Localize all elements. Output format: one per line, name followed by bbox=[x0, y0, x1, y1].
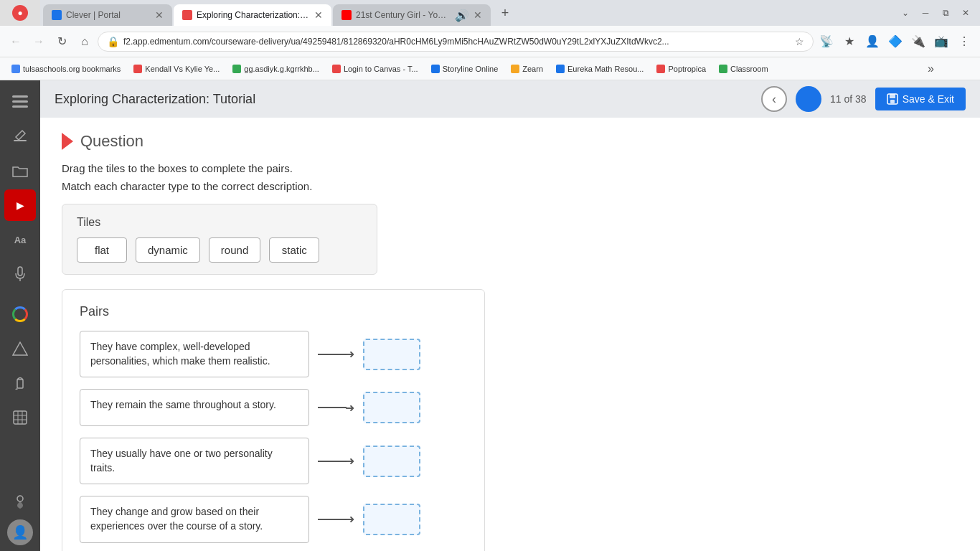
sidebar-google-button[interactable] bbox=[4, 298, 36, 330]
user-avatar[interactable]: 👤 bbox=[7, 519, 33, 545]
bookmark-eureka[interactable]: Eureka Math Resou... bbox=[550, 60, 649, 77]
drop-target-3[interactable] bbox=[363, 446, 420, 477]
bookmark-tulsaschools[interactable]: tulsaschools.org bookmarks bbox=[6, 60, 126, 77]
bookmark-label-tulsa: tulsaschools.org bookmarks bbox=[23, 65, 121, 73]
minimize-button[interactable]: ─ bbox=[917, 4, 934, 22]
tile-flat[interactable]: flat bbox=[77, 237, 127, 263]
svg-rect-8 bbox=[14, 411, 27, 424]
lock-icon: 🔒 bbox=[107, 36, 119, 47]
extension1-icon[interactable]: 🔷 bbox=[885, 32, 905, 52]
pair-arrow-2: ➜ bbox=[318, 401, 354, 415]
more-button[interactable]: ⋮ bbox=[954, 32, 974, 52]
instruction-2: Match each character type to the correct… bbox=[62, 180, 958, 192]
youtube-play-icon: ▶ bbox=[17, 199, 24, 211]
new-tab-button[interactable]: + bbox=[495, 3, 515, 23]
arrow-head-2: ➜ bbox=[345, 401, 354, 415]
bookmark-gg[interactable]: gg.asdiyk.g.kgrrkhb... bbox=[227, 60, 325, 77]
sidebar-mic-button[interactable] bbox=[4, 258, 36, 290]
back-button[interactable]: ← bbox=[6, 32, 26, 52]
mute-icon[interactable]: 🔊 bbox=[455, 9, 469, 22]
arrow-line-1 bbox=[318, 354, 347, 355]
close-button[interactable]: ✕ bbox=[957, 4, 974, 22]
bookmark-canvas[interactable]: Login to Canvas - T... bbox=[326, 60, 424, 77]
reload-button[interactable]: ↻ bbox=[52, 32, 72, 52]
bookmark-classroom[interactable]: Classroom bbox=[713, 60, 774, 77]
window-controls: ⌄ ─ ⧉ ✕ bbox=[897, 0, 980, 26]
restore-button[interactable]: ⧉ bbox=[937, 4, 954, 22]
arrow-line-3 bbox=[318, 461, 347, 462]
pair-description-2: They remain the same throughout a story. bbox=[80, 389, 309, 426]
page-header: Exploring Characterization: Tutorial ‹ 1… bbox=[40, 80, 980, 118]
page-counter: 11 of 38 bbox=[830, 93, 867, 105]
page-title: Exploring Characterization: Tutorial bbox=[55, 92, 255, 107]
pair-row-2: They remain the same throughout a story.… bbox=[80, 389, 467, 426]
pair-row-4: They change and grow based on their expe… bbox=[80, 496, 467, 542]
sidebar-dictionary-button[interactable]: Aa bbox=[4, 224, 36, 255]
bookmark-favicon-classroom bbox=[719, 65, 727, 73]
tiles-container: Tiles flat dynamic round static bbox=[62, 204, 377, 275]
bookmark-favicon-eureka bbox=[556, 65, 565, 73]
pairs-label: Pairs bbox=[80, 304, 467, 319]
bookmark-zearn[interactable]: Zearn bbox=[505, 60, 549, 77]
svg-rect-3 bbox=[14, 140, 27, 141]
drop-target-4[interactable] bbox=[363, 504, 420, 535]
question-heading: Question bbox=[62, 132, 958, 151]
bookmark-storyline[interactable]: Storyline Online bbox=[425, 60, 504, 77]
tab-close-clever[interactable]: ✕ bbox=[155, 9, 164, 21]
tab-clever[interactable]: Clever | Portal ✕ bbox=[43, 4, 172, 26]
tile-static[interactable]: static bbox=[269, 237, 319, 263]
tab-title-clever: Clever | Portal bbox=[66, 10, 151, 20]
address-text: f2.app.edmentum.com/courseware-delivery/… bbox=[123, 37, 791, 47]
save-exit-button[interactable]: Save & Exit bbox=[875, 88, 966, 110]
star-icon[interactable]: ☆ bbox=[795, 36, 804, 47]
bookmark-favicon-storyline bbox=[431, 65, 440, 73]
bookmark-label-poptropica: Poptropica bbox=[668, 65, 706, 73]
profile-icon[interactable]: 👤 bbox=[862, 32, 882, 52]
arrow-head-4: ➜ bbox=[345, 512, 354, 526]
arrow-line-2 bbox=[318, 407, 347, 408]
sidebar-edit-button[interactable] bbox=[4, 121, 36, 152]
sidebar-pen-button[interactable] bbox=[4, 367, 36, 399]
chrome-icon: ● bbox=[12, 5, 28, 21]
drop-target-2[interactable] bbox=[363, 392, 420, 423]
sidebar-location-button[interactable] bbox=[4, 485, 36, 517]
sidebar-sheets-button[interactable] bbox=[4, 402, 36, 433]
svg-marker-6 bbox=[13, 342, 27, 355]
bookmark-poptropica[interactable]: Poptropica bbox=[651, 60, 712, 77]
tab-title-exploring: Exploring Characterization: Tuto... bbox=[197, 10, 310, 20]
prev-page-button[interactable]: ‹ bbox=[761, 86, 787, 112]
forward-button[interactable]: → bbox=[29, 32, 49, 52]
arrow-head-3: ➜ bbox=[345, 454, 354, 468]
pair-arrow-4: ➜ bbox=[318, 512, 354, 526]
extension3-icon[interactable]: 📺 bbox=[931, 32, 951, 52]
sidebar-menu-button[interactable] bbox=[4, 86, 36, 118]
bookmark-icon[interactable]: ★ bbox=[839, 32, 859, 52]
home-button[interactable]: ⌂ bbox=[75, 32, 95, 52]
tab-exploring[interactable]: Exploring Characterization: Tuto... ✕ bbox=[174, 4, 331, 26]
tile-dynamic[interactable]: dynamic bbox=[136, 237, 200, 263]
tab-youtube[interactable]: 21st Century Girl - YouTube 🔊 ✕ bbox=[333, 4, 491, 26]
bookmark-favicon-canvas bbox=[332, 65, 341, 73]
tile-round[interactable]: round bbox=[209, 237, 260, 263]
bookmarks-more-button[interactable]: » bbox=[925, 62, 937, 75]
pair-description-3: They usually have one or two personality… bbox=[80, 438, 309, 484]
tab-close-exploring[interactable]: ✕ bbox=[314, 9, 323, 21]
sidebar-drive-button[interactable] bbox=[4, 333, 36, 364]
bookmark-favicon-gg bbox=[232, 65, 241, 73]
dictionary-icon: Aa bbox=[14, 235, 27, 245]
svg-rect-4 bbox=[18, 267, 22, 276]
sidebar-folder-button[interactable] bbox=[4, 155, 36, 187]
avatar-icon: 👤 bbox=[12, 524, 28, 540]
extension2-icon[interactable]: 🔌 bbox=[908, 32, 928, 52]
address-input[interactable]: 🔒 f2.app.edmentum.com/courseware-deliver… bbox=[98, 32, 814, 52]
tab-search-button[interactable]: ⌄ bbox=[897, 4, 914, 22]
cast-icon[interactable]: 📡 bbox=[816, 32, 837, 52]
sidebar-youtube-button[interactable]: ▶ bbox=[4, 189, 36, 221]
bookmark-favicon-tulsa bbox=[11, 65, 20, 73]
browser-toolbar: 📡 ★ 👤 🔷 🔌 📺 ⋮ bbox=[816, 32, 974, 52]
drop-target-1[interactable] bbox=[363, 339, 420, 370]
tab-close-youtube[interactable]: ✕ bbox=[473, 9, 482, 21]
bookmark-kendall[interactable]: Kendall Vs Kylie Ye... bbox=[128, 60, 225, 77]
tab-bar: ● Clever | Portal ✕ Exploring Characteri… bbox=[0, 0, 980, 26]
question-arrow-icon bbox=[62, 133, 73, 150]
